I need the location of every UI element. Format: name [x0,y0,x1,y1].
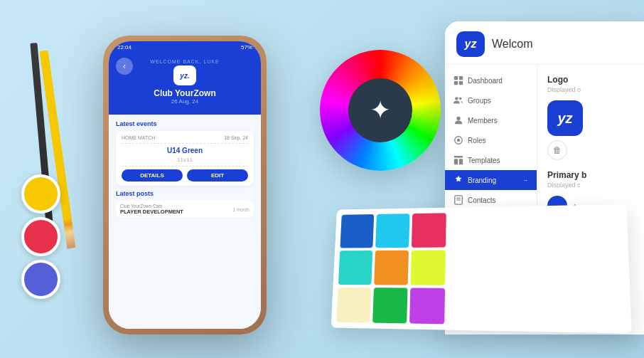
phone-posts-section: Latest posts Club YourZown Cats PLAYER D… [116,190,254,218]
post-club: Club YourZown Cats [120,204,183,209]
post-info: Club YourZown Cats PLAYER DEVELOPMENT [120,204,183,215]
svg-rect-1 [459,76,463,80]
swatch-4 [338,251,372,285]
paint-pots [21,174,60,299]
tablet-logo-text: yz [465,38,477,51]
phone-header: ‹ WELCOME BACK, LUKE yz. Club YourZown 2… [109,53,261,115]
svg-rect-3 [459,81,463,85]
color-wheel-center: ✦ [348,78,412,142]
sidebar-label-templates: Templates [468,157,500,164]
phone-inner: 22:04 57% ‹ WELCOME BACK, LUKE yz. Club … [109,41,261,329]
sidebar-label-dashboard: Dashboard [468,77,503,85]
star-icon: ✦ [370,95,391,125]
event-buttons: DETAILS EDIT [122,169,248,181]
phone-events-title: Latest events [116,120,254,127]
phone-mockup: 22:04 57% ‹ WELCOME BACK, LUKE yz. Club … [103,36,267,335]
branding-arrow: → [522,177,528,184]
event-date: 18 Sep, 24 [224,135,248,140]
delete-logo-button[interactable]: 🗑 [547,140,567,160]
branding-icon [454,175,463,185]
paint-pot-red [21,217,60,256]
event-divider-top [122,143,248,144]
event-type: HOME MATCH [122,135,155,140]
phone-logo-text: yz. [180,72,189,80]
primary-color-title: Primary b [547,170,644,180]
sidebar-label-contacts: Contacts [468,196,495,204]
phone-club-name: Club YourZown [117,88,252,98]
swatch-3 [412,213,446,248]
sidebar-label-members: Members [468,117,498,125]
logo-section-title: Logo [547,75,644,85]
primary-color-subtitle: Displayed c [547,181,644,189]
sidebar-item-roles[interactable]: Roles [445,130,537,150]
phone-battery: 57% [241,44,252,51]
edit-button[interactable]: EDIT [187,169,248,181]
tablet-welcome-text: Welcom [492,38,533,51]
sidebar-label-branding: Branding [468,177,496,184]
phone-screen: 22:04 57% ‹ WELCOME BACK, LUKE yz. Club … [109,41,261,329]
svg-point-6 [456,117,460,120]
swatch-5 [374,251,409,285]
logo-preview-text: yz [557,110,572,127]
sidebar-item-members[interactable]: Members [445,110,537,130]
phone-status-bar: 22:04 57% [109,41,261,53]
color-wheel: ✦ [320,50,441,171]
phone-time: 22:04 [117,44,132,51]
phone-event-card: HOME MATCH 18 Sep, 24 U14 Green 11v11 DE… [116,131,254,186]
sidebar-item-branding[interactable]: Branding → [445,170,537,190]
sidebar-item-dashboard[interactable]: Dashboard [445,70,537,90]
swatch-6 [410,250,445,285]
art-supplies-area [14,43,107,313]
sidebar-item-templates[interactable]: Templates [445,150,537,170]
phone-outer-frame: 22:04 57% ‹ WELCOME BACK, LUKE yz. Club … [103,36,267,335]
logo-section-subtitle: Displayed o [547,86,644,93]
phone-date: 26 Aug, 24 [117,98,252,105]
svg-rect-2 [454,81,458,85]
sidebar-label-groups: Groups [468,97,491,105]
color-palette [331,204,631,334]
users-icon [454,95,463,105]
event-header-row: HOME MATCH 18 Sep, 24 [122,135,248,140]
templates-icon [454,155,463,165]
back-icon: ‹ [123,61,126,71]
svg-point-8 [457,139,460,142]
swatch-1 [340,214,374,248]
phone-body: Latest events HOME MATCH 18 Sep, 24 U14 … [109,115,261,329]
svg-rect-9 [454,156,463,158]
phone-posts-title: Latest posts [116,190,254,197]
person-icon [454,115,463,125]
swatch-8 [372,288,407,323]
sidebar-label-roles: Roles [468,137,486,144]
swatch-2 [375,214,409,248]
roles-icon [454,135,463,145]
details-button[interactable]: DETAILS [122,169,183,181]
trash-icon: 🗑 [553,145,562,155]
svg-rect-11 [459,159,463,164]
svg-point-5 [459,98,462,100]
phone-logo-icon: yz. [173,65,196,85]
svg-rect-10 [454,159,458,164]
swatch-9 [409,288,445,324]
event-format: 11v11 [122,157,248,163]
svg-point-4 [455,97,458,100]
post-time: 1 month [233,207,250,212]
post-title: PLAYER DEVELOPMENT [120,209,183,215]
tablet-logo-icon: yz [456,31,485,57]
sidebar-item-groups[interactable]: Groups [445,90,537,110]
post-item: Club YourZown Cats PLAYER DEVELOPMENT 1 … [116,201,254,218]
event-team-name: U14 Green [122,147,248,154]
tablet-logo-preview: yz [547,100,583,136]
paint-pot-yellow [21,174,60,214]
grid-icon [454,75,463,85]
swatch-7 [336,288,371,323]
svg-rect-0 [454,76,458,80]
contacts-icon [454,195,463,205]
phone-back-button[interactable]: ‹ [116,58,133,75]
phone-welcome-text: WELCOME BACK, LUKE [117,59,252,64]
paint-pot-blue [21,260,60,299]
event-divider-bottom [122,166,248,167]
tablet-header: yz Welcom [445,21,644,65]
